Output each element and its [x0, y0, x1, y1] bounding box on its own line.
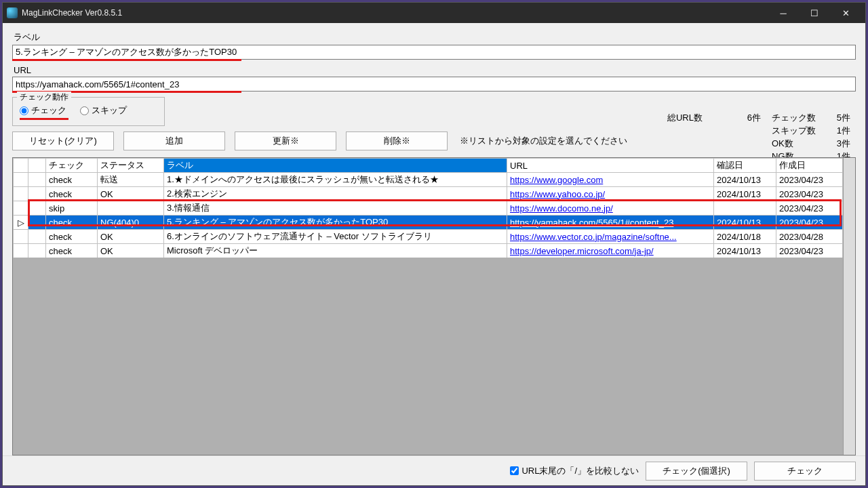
close-button[interactable]: ✕: [830, 3, 861, 23]
update-button[interactable]: 更新※: [235, 131, 336, 150]
col-label[interactable]: ラベル: [164, 159, 507, 173]
cell-check: check: [46, 173, 98, 187]
table-row[interactable]: check転送1.★ドメインへのアクセスは最後にスラッシュが無いと転送される★h…: [14, 173, 843, 187]
table-row[interactable]: checkOKMicrosoft デベロッパーhttps://developer…: [14, 244, 843, 258]
col-status[interactable]: ステータス: [98, 159, 164, 173]
stat-skip-label: スキップ数: [772, 124, 826, 137]
cell-create: 2023/04/23: [776, 216, 843, 230]
row-marker: [14, 244, 28, 258]
cell-blank: [28, 187, 46, 201]
cell-blank: [28, 230, 46, 244]
cell-check: check: [46, 230, 98, 244]
col-rowmarker[interactable]: [14, 159, 28, 173]
cell-url[interactable]: https://www.vector.co.jp/magazine/softne…: [507, 230, 714, 244]
row-marker: [14, 230, 28, 244]
grid-container: チェック ステータス ラベル URL 確認日 作成日 check転送1.★ドメイ…: [12, 157, 856, 455]
window-title: MagLinkChecker Ver0.8.5.1: [22, 8, 768, 18]
cell-label: 1.★ドメインへのアクセスは最後にスラッシュが無いと転送される★: [164, 173, 507, 187]
cell-create: 2023/04/23: [776, 173, 843, 187]
cell-url[interactable]: https://developer.microsoft.com/ja-jp/: [507, 244, 714, 258]
url-input[interactable]: [12, 77, 856, 92]
check-button[interactable]: チェック: [754, 462, 856, 481]
cell-status: [98, 201, 164, 216]
cell-check: check: [46, 244, 98, 258]
stat-totalurl-label: 総URL数: [667, 111, 703, 124]
cell-confirm: 2024/10/13: [714, 244, 776, 258]
col-url[interactable]: URL: [507, 159, 714, 173]
cell-status: OK: [98, 187, 164, 201]
cell-label: 6.オンラインのソフトウェア流通サイト – Vector ソフトライブラリ: [164, 230, 507, 244]
cell-check: skip: [46, 201, 98, 216]
col-confirm[interactable]: 確認日: [714, 159, 776, 173]
cell-url[interactable]: https://yamahack.com/5565/1#content_23: [507, 216, 714, 230]
cell-label: Microsoft デベロッパー: [164, 244, 507, 258]
stat-totalurl-value: 6件: [736, 111, 761, 124]
cell-confirm: [714, 201, 776, 216]
row-marker: ▷: [14, 216, 28, 230]
app-icon: [7, 7, 18, 18]
cell-label: 2.検索エンジン: [164, 187, 507, 201]
cell-url[interactable]: https://www.docomo.ne.jp/: [507, 201, 714, 216]
cell-confirm: 2024/10/18: [714, 230, 776, 244]
cell-label: 3.情報通信: [164, 201, 507, 216]
table-row[interactable]: ▷checkNG(404)05.ランキング – アマゾンのアクセス数が多かったT…: [14, 216, 843, 230]
check-selected-button[interactable]: チェック(個選択): [646, 462, 747, 481]
cell-blank: [28, 201, 46, 216]
stat-ok-label: OK数: [772, 137, 826, 150]
cell-status: OK: [98, 230, 164, 244]
cell-create: 2023/04/23: [776, 201, 843, 216]
cell-status: 転送: [98, 173, 164, 187]
cell-create: 2023/04/23: [776, 244, 843, 258]
cell-url[interactable]: https://www.yahoo.co.jp/: [507, 187, 714, 201]
add-button[interactable]: 追加: [123, 131, 225, 150]
cell-blank: [28, 244, 46, 258]
cell-create: 2023/04/28: [776, 230, 843, 244]
annotation-underline: [12, 59, 241, 61]
col-create[interactable]: 作成日: [776, 159, 843, 173]
cell-check: check: [46, 187, 98, 201]
row-marker: [14, 201, 28, 216]
table-row[interactable]: checkOK2.検索エンジンhttps://www.yahoo.co.jp/2…: [14, 187, 843, 201]
delete-button[interactable]: 削除※: [346, 131, 448, 150]
cell-label: 5.ランキング – アマゾンのアクセス数が多かったTOP30: [164, 216, 507, 230]
vertical-scrollbar[interactable]: [843, 158, 855, 455]
stat-ok-value: 3件: [826, 137, 850, 150]
stat-check-label: チェック数: [772, 111, 826, 124]
check-action-group: チェック動作 チェック スキップ: [12, 97, 165, 126]
radio-check[interactable]: チェック: [20, 104, 66, 117]
row-marker: [14, 187, 28, 201]
cell-confirm: 2024/10/13: [714, 173, 776, 187]
cell-create: 2023/04/23: [776, 187, 843, 201]
stat-check-value: 5件: [826, 111, 850, 124]
app-window: MagLinkChecker Ver0.8.5.1 ─ ☐ ✕ ラベル URL …: [2, 2, 866, 486]
maximize-button[interactable]: ☐: [799, 3, 830, 23]
annotation-underline: [20, 118, 68, 120]
compare-slash-checkbox[interactable]: URL末尾の「/」を比較しない: [510, 465, 639, 477]
table-row[interactable]: checkOK6.オンラインのソフトウェア流通サイト – Vector ソフトラ…: [14, 230, 843, 244]
label-field-caption: ラベル: [14, 31, 856, 43]
grid-empty-area: [13, 258, 843, 455]
cell-confirm: 2024/10/13: [714, 187, 776, 201]
titlebar[interactable]: MagLinkChecker Ver0.8.5.1 ─ ☐ ✕: [3, 3, 865, 23]
col-check[interactable]: チェック: [46, 159, 98, 173]
data-grid[interactable]: チェック ステータス ラベル URL 確認日 作成日 check転送1.★ドメイ…: [13, 158, 843, 258]
reset-button[interactable]: リセット(クリア): [12, 131, 114, 150]
cell-url[interactable]: https://www.google.com: [507, 173, 714, 187]
check-action-legend: チェック動作: [17, 92, 71, 103]
cell-blank: [28, 173, 46, 187]
cell-status: OK: [98, 244, 164, 258]
minimize-button[interactable]: ─: [768, 3, 799, 23]
header-row: チェック ステータス ラベル URL 確認日 作成日: [14, 159, 843, 173]
stats-panel: 総URL数 6件 チェック数 スキップ数 OK数 NG数 5件 1件 3件 1件: [667, 111, 850, 163]
content-area: ラベル URL チェック動作 チェック スキップ 総URL数: [3, 23, 865, 485]
radio-skip[interactable]: スキップ: [80, 104, 127, 117]
footer: URL末尾の「/」を比較しない チェック(個選択) チェック: [3, 455, 865, 485]
label-input[interactable]: [12, 45, 856, 60]
url-field-caption: URL: [14, 65, 856, 75]
col-blank[interactable]: [28, 159, 46, 173]
row-marker: [14, 173, 28, 187]
stat-skip-value: 1件: [826, 124, 850, 137]
button-hint: ※リストから対象の設定を選んでください: [460, 135, 627, 147]
table-row[interactable]: skip3.情報通信https://www.docomo.ne.jp/2023/…: [14, 201, 843, 216]
cell-status: NG(404)0: [98, 216, 164, 230]
